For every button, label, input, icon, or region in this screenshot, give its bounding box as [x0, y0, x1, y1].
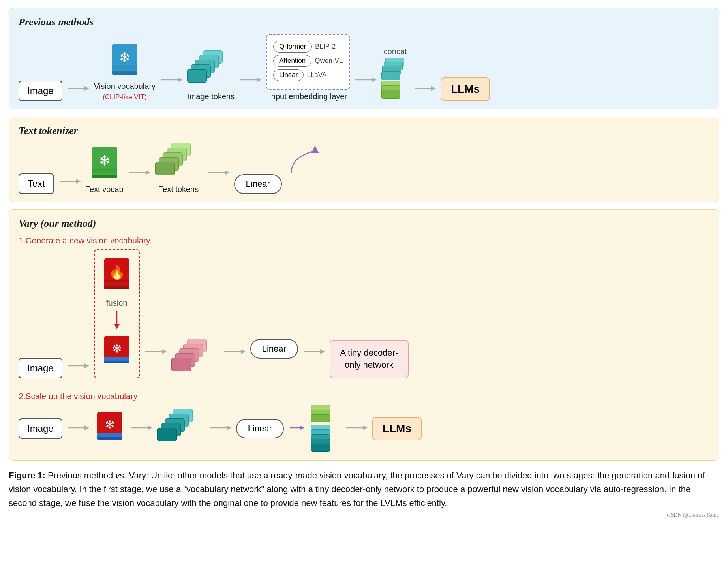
prev-book-col: ❄ Vision vocabulary (CLIP-like VIT)	[94, 42, 156, 101]
figure-caption: Figure 1: Previous method vs. Vary: Unli…	[9, 468, 719, 510]
svg-marker-55	[300, 425, 304, 430]
caption-label: Figure 1:	[9, 470, 45, 480]
vary-llms-col: LLMs	[372, 417, 422, 440]
section-text-tokenizer: Text tokenizer Text ❄ Text vocab	[9, 117, 719, 202]
vary-decoder-col: A tiny decoder-only network	[330, 340, 409, 378]
vary-image1-box: Image	[19, 358, 62, 378]
previous-flow: Image ❄ Vision vocabulary	[19, 34, 709, 101]
arrow4	[351, 74, 380, 101]
previous-title: Previous methods	[19, 16, 709, 28]
prev-embedding-col: Q-former BLIP-2 Attention Qwen-VL Linear…	[266, 34, 350, 101]
prev-tokens-col: Image tokens	[187, 50, 235, 101]
vary-teal-tokens-col	[157, 409, 205, 448]
svg-marker-53	[227, 425, 231, 430]
vary-purple-arrow	[285, 422, 308, 435]
arrow3	[236, 74, 265, 101]
embed-blip2: BLIP-2	[315, 43, 336, 51]
caption-text: Previous method vs. Vary: Unlike other m…	[9, 470, 705, 508]
text-arrow3	[204, 167, 233, 194]
vary-decoder-box: A tiny decoder-only network	[330, 340, 409, 378]
section-previous: Previous methods Image	[9, 8, 719, 109]
watermark: CSDN @Liekkas Kono	[9, 512, 719, 518]
embed-attention: Attention	[273, 55, 311, 67]
svg-rect-3	[112, 71, 137, 75]
fusion-label: fusion	[106, 299, 127, 308]
embed-row-1: Q-former BLIP-2	[273, 41, 343, 53]
prev-concat-col: concat	[381, 47, 409, 101]
svg-rect-29	[104, 286, 129, 289]
svg-rect-4	[112, 66, 137, 67]
text-linear-btn: Linear	[234, 174, 282, 194]
svg-marker-25	[225, 170, 229, 175]
svg-text:❄: ❄	[104, 418, 115, 432]
embed-row-3: Linear LLaVA	[273, 69, 343, 81]
svg-rect-48	[97, 433, 122, 437]
svg-marker-43	[320, 349, 325, 354]
vary-image2-box: Image	[19, 418, 62, 439]
svg-marker-41	[241, 349, 246, 354]
vary-image1-col: Image	[19, 358, 62, 378]
prev-embedding-box: Q-former BLIP-2 Attention Qwen-VL Linear…	[266, 34, 350, 90]
vary-bot-arrow2	[127, 422, 156, 435]
text-tokens-col: Text tokens	[155, 143, 203, 194]
svg-rect-18	[92, 175, 117, 178]
embed-llava: LLaVA	[307, 71, 326, 79]
vary-frozen-book2-icon: ❄	[94, 410, 126, 448]
text-tokenizer-title: Text tokenizer	[19, 125, 709, 137]
svg-text:❄: ❄	[111, 341, 122, 356]
vary-pink-stack	[171, 339, 219, 378]
text-tokenizer-flow: Text ❄ Text vocab	[19, 143, 709, 194]
prev-embedding-label: Input embedding layer	[269, 92, 347, 101]
prev-llms-box: LLMs	[441, 77, 490, 101]
vary-book2-col: ❄	[94, 410, 126, 448]
section-vary: Vary (our method) 1.Generate a new visio…	[9, 209, 719, 461]
svg-rect-19	[92, 169, 117, 170]
vary-arrow1	[64, 360, 92, 378]
text-box-col: Text	[19, 173, 54, 194]
svg-marker-39	[162, 349, 167, 354]
vary-bot-arrow4	[342, 422, 371, 435]
text-curve-arrow	[283, 145, 319, 194]
vary-bot-arrow3	[206, 422, 235, 435]
svg-marker-51	[148, 425, 152, 430]
prev-token-stack	[187, 50, 235, 90]
vary-title: Vary (our method)	[19, 218, 709, 230]
text-box: Text	[19, 173, 54, 194]
vary-image2-col: Image	[19, 418, 62, 439]
text-vocab-label: Text vocab	[86, 185, 124, 194]
svg-marker-16	[76, 179, 81, 184]
text-arrow2	[125, 167, 154, 194]
embed-linear-prev: Linear	[273, 69, 304, 81]
svg-marker-8	[178, 77, 182, 82]
fusion-col: fusion	[106, 299, 127, 329]
vary-step2-label-wrap: 2.Scale up the vision vocabulary	[19, 391, 709, 401]
vary-final-stack	[309, 405, 341, 452]
arrow1	[64, 83, 92, 101]
vary-dashed-box: 🔥 fusion ❄	[94, 249, 140, 378]
svg-text:❄: ❄	[119, 50, 131, 66]
svg-marker-33	[114, 324, 120, 329]
main-container: Previous methods Image	[9, 8, 719, 518]
svg-text:🔥: 🔥	[109, 264, 126, 280]
prev-image-col: Image	[19, 81, 62, 101]
vary-bot-arrow1	[64, 422, 92, 435]
vary-step2-label: 2.Scale up the vision vocabulary	[19, 391, 137, 401]
prev-vocab-sublabel: (CLIP-like VIT)	[103, 93, 146, 101]
text-linear-col: Linear	[234, 174, 282, 194]
prev-vocab-label: Vision vocabulary	[94, 82, 156, 91]
embed-qformer: Q-former	[273, 41, 312, 53]
text-tokens-label: Text tokens	[159, 185, 199, 194]
vary-linear1-col: Linear	[250, 339, 298, 378]
vary-linear1-btn: Linear	[250, 339, 298, 359]
svg-marker-23	[146, 170, 150, 175]
red-fire-book-icon: 🔥	[101, 256, 133, 294]
svg-text:❄: ❄	[99, 153, 111, 169]
vary-final-tokens-col	[309, 405, 341, 452]
vary-step1-label: 1.Generate a new vision vocabulary	[19, 236, 150, 245]
text-book-col: ❄ Text vocab	[86, 145, 124, 194]
embed-row-2: Attention Qwen-VL	[273, 55, 343, 67]
vary-step1-label-wrap: 1.Generate a new vision vocabulary	[19, 236, 709, 245]
vary-top-flow: Image 🔥 fusion	[19, 249, 709, 378]
vary-arrow4	[300, 346, 328, 378]
green-book-icon: ❄	[89, 145, 120, 182]
